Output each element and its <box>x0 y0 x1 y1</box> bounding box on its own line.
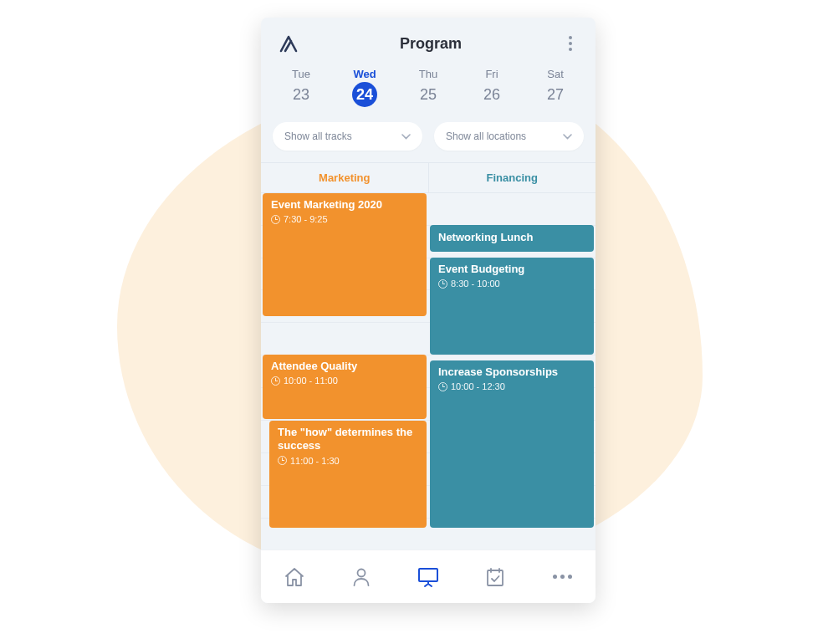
day-fri[interactable]: Fri 26 <box>479 68 504 107</box>
event-time: 11:00 - 1:30 <box>278 456 418 466</box>
day-number: 26 <box>479 82 504 107</box>
day-name: Sat <box>543 68 568 80</box>
event-card[interactable]: Increase Sponsorships 10:00 - 12:30 <box>430 360 594 528</box>
event-time: 10:00 - 12:30 <box>438 381 585 391</box>
day-wed[interactable]: Wed 24 <box>352 68 377 107</box>
event-card[interactable]: Attendee Quality 10:00 - 11:00 <box>263 355 427 419</box>
event-title: Networking Lunch <box>438 231 585 244</box>
tracks-grid: Event Marketing 2020 7:30 - 9:25 Attende… <box>261 193 596 529</box>
nav-home[interactable] <box>275 558 314 596</box>
event-card[interactable]: Event Budgeting 8:30 - 10:00 <box>430 258 594 355</box>
track-headers: Marketing Financing <box>261 162 596 193</box>
event-time: 8:30 - 10:00 <box>438 279 585 289</box>
event-title: Event Marketing 2020 <box>271 198 418 212</box>
page-title: Program <box>299 35 562 53</box>
day-number: 23 <box>289 82 314 107</box>
calendar-check-icon <box>486 567 504 587</box>
locations-filter[interactable]: Show all locations <box>434 122 584 151</box>
event-time: 7:30 - 9:25 <box>271 214 418 224</box>
clock-icon <box>278 456 287 465</box>
more-dots-icon <box>553 575 572 579</box>
svg-rect-2 <box>488 570 503 585</box>
app-container: Program Tue 23 Wed 24 Thu 25 Fri 26 Sat … <box>261 18 596 603</box>
nav-agenda[interactable] <box>476 558 514 596</box>
day-name: Fri <box>479 68 504 80</box>
day-name: Thu <box>416 68 441 80</box>
event-title: The "how" determines the success <box>278 426 418 453</box>
event-card[interactable]: Networking Lunch <box>430 225 594 252</box>
nav-more[interactable] <box>543 558 581 596</box>
header: Program <box>261 18 596 63</box>
track-column-marketing: Event Marketing 2020 7:30 - 9:25 Attende… <box>261 193 428 529</box>
bottom-nav <box>261 549 596 603</box>
tracks-filter[interactable]: Show all tracks <box>273 122 422 151</box>
schedule: Marketing Financing Event Marketing 2020… <box>261 162 596 549</box>
track-header-financing[interactable]: Financing <box>429 163 596 192</box>
day-sat[interactable]: Sat 27 <box>543 68 568 107</box>
track-header-marketing[interactable]: Marketing <box>261 163 429 192</box>
event-title: Attendee Quality <box>271 360 418 373</box>
day-tue[interactable]: Tue 23 <box>289 68 314 107</box>
svg-point-0 <box>358 569 365 576</box>
event-time: 10:00 - 11:00 <box>271 376 418 386</box>
filters-row: Show all tracks Show all locations <box>261 117 596 162</box>
clock-icon <box>271 376 280 386</box>
event-card[interactable]: The "how" determines the success 11:00 -… <box>269 421 427 528</box>
chevron-down-icon <box>563 134 572 140</box>
profile-icon <box>352 567 371 587</box>
presentation-icon <box>417 566 440 588</box>
locations-filter-label: Show all locations <box>446 130 526 142</box>
day-name: Wed <box>352 68 377 80</box>
app-logo-icon[interactable] <box>278 34 299 53</box>
chevron-down-icon <box>401 134 411 140</box>
day-number: 27 <box>543 82 568 107</box>
event-title: Event Budgeting <box>438 263 585 276</box>
nav-profile[interactable] <box>342 558 381 596</box>
menu-dots-icon[interactable] <box>562 33 579 54</box>
clock-icon <box>438 279 447 289</box>
tracks-filter-label: Show all tracks <box>284 130 352 142</box>
day-selector: Tue 23 Wed 24 Thu 25 Fri 26 Sat 27 <box>261 63 596 117</box>
day-number: 24 <box>352 82 377 107</box>
clock-icon <box>271 215 280 224</box>
clock-icon <box>438 382 447 391</box>
nav-program[interactable] <box>409 558 447 596</box>
event-title: Increase Sponsorships <box>438 365 585 379</box>
svg-rect-1 <box>419 569 437 581</box>
day-thu[interactable]: Thu 25 <box>416 68 441 107</box>
event-card[interactable]: Event Marketing 2020 7:30 - 9:25 <box>263 193 427 316</box>
day-number: 25 <box>416 82 441 107</box>
track-column-financing: Networking Lunch Event Budgeting 8:30 - … <box>428 193 596 529</box>
day-name: Tue <box>289 68 314 80</box>
home-icon <box>284 567 305 587</box>
